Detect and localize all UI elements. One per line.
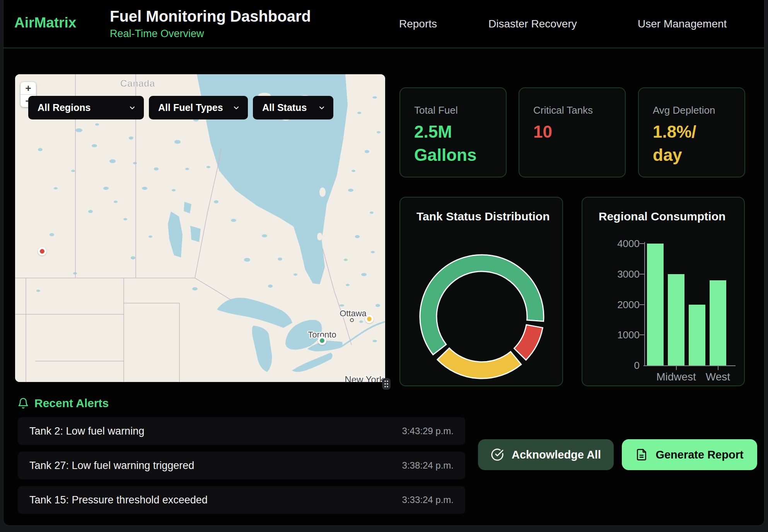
bell-icon xyxy=(17,397,29,409)
stat-value: 2.5M Gallons xyxy=(414,120,498,167)
generate-report-button[interactable]: Generate Report xyxy=(622,439,757,470)
x-axis xyxy=(643,365,736,366)
generate-report-label: Generate Report xyxy=(655,448,743,461)
y-tick-label: 1000 xyxy=(593,329,640,341)
nav-disaster-recovery[interactable]: Disaster Recovery xyxy=(488,0,577,48)
page-subtitle: Real-Time Overview xyxy=(110,27,311,40)
alert-row[interactable]: Tank 27: Low fuel warning triggered 3:38… xyxy=(18,452,465,479)
stat-label: Avg Depletion xyxy=(653,104,737,116)
resize-handle[interactable] xyxy=(382,378,391,390)
bar-midwest xyxy=(668,274,684,365)
tank-status-donut-chart xyxy=(400,198,564,387)
map-filters: All Regions All Fuel Types All Status xyxy=(28,96,333,119)
recent-alerts-title: Recent Alerts xyxy=(34,397,109,410)
header: AirMatrix Fuel Monitoring Dashboard Real… xyxy=(3,0,764,48)
nav-reports[interactable]: Reports xyxy=(399,0,437,48)
alert-message: Tank 27: Low fuel warning triggered xyxy=(29,460,194,472)
status-filter-dropdown[interactable]: All Status xyxy=(253,96,333,119)
app-logo: AirMatrix xyxy=(14,15,76,31)
bar-south xyxy=(689,305,705,366)
map[interactable]: Canada Ottawa Toronto New York + − All R… xyxy=(15,74,385,382)
panel-title: Regional Consumption xyxy=(599,210,725,223)
page-title-block: Fuel Monitoring Dashboard Real-Time Over… xyxy=(110,7,311,40)
map-label-new-york: New York xyxy=(345,374,384,382)
stat-value: 1.8%/ day xyxy=(653,120,737,167)
fuel-type-filter-value: All Fuel Types xyxy=(158,102,223,113)
map-canvas: Canada Ottawa Toronto New York xyxy=(15,74,385,382)
status-filter-value: All Status xyxy=(262,102,307,113)
stat-card-avg-depletion: Avg Depletion 1.8%/ day xyxy=(638,87,745,177)
acknowledge-all-button[interactable]: Acknowledge All xyxy=(478,439,614,470)
page-title: Fuel Monitoring Dashboard xyxy=(110,7,311,26)
donut-segment-critical xyxy=(514,325,543,360)
y-tick-label: 4000 xyxy=(593,238,640,250)
map-label-ottawa: Ottawa xyxy=(340,309,367,318)
y-axis xyxy=(644,242,645,366)
tank-marker-normal[interactable] xyxy=(318,336,326,345)
y-tick-label: 0 xyxy=(593,360,640,372)
map-label-canada: Canada xyxy=(120,78,155,89)
region-filter-dropdown[interactable]: All Regions xyxy=(28,96,144,119)
chevron-down-icon xyxy=(318,104,326,112)
alert-row[interactable]: Tank 2: Low fuel warning 3:43:29 p.m. xyxy=(18,417,465,445)
chevron-down-icon xyxy=(128,104,136,112)
regional-consumption-bar-chart: 01000200030004000MidwestWest xyxy=(582,198,746,387)
alert-row[interactable]: Tank 15: Pressure threshold exceeded 3:3… xyxy=(18,486,465,514)
stat-card-total-fuel: Total Fuel 2.5M Gallons xyxy=(399,87,507,177)
chevron-down-icon xyxy=(232,104,240,112)
check-circle-icon xyxy=(491,448,504,461)
panel-title: Tank Status Distribution xyxy=(416,210,550,223)
stat-value: 10 xyxy=(533,120,617,143)
alert-time: 3:38:24 p.m. xyxy=(402,460,454,471)
tank-marker-critical[interactable] xyxy=(38,247,46,256)
fuel-type-filter-dropdown[interactable]: All Fuel Types xyxy=(149,96,248,119)
y-tick-label: 2000 xyxy=(593,299,640,311)
stat-label: Total Fuel xyxy=(414,104,498,116)
donut-segment-warning xyxy=(437,348,521,379)
alert-time: 3:43:29 p.m. xyxy=(402,426,454,437)
zoom-in-button[interactable]: + xyxy=(20,82,36,94)
recent-alerts-header: Recent Alerts xyxy=(17,397,109,410)
dashboard-window: AirMatrix Fuel Monitoring Dashboard Real… xyxy=(3,0,765,526)
alert-message: Tank 15: Pressure threshold exceeded xyxy=(29,494,208,506)
alert-message: Tank 2: Low fuel warning xyxy=(29,425,144,437)
nav-user-management[interactable]: User Management xyxy=(638,0,727,48)
alert-time: 3:33:24 p.m. xyxy=(402,494,454,505)
grip-dots-icon xyxy=(384,380,389,388)
file-text-icon xyxy=(635,448,648,461)
bar-west xyxy=(710,280,726,366)
region-filter-value: All Regions xyxy=(38,102,91,113)
y-tick-label: 3000 xyxy=(593,268,640,280)
x-tick-label: West xyxy=(687,371,749,383)
stat-card-critical-tanks: Critical Tanks 10 xyxy=(519,87,626,177)
stat-label: Critical Tanks xyxy=(533,104,617,116)
tank-status-panel: Tank Status Distribution xyxy=(399,197,563,386)
bar-northeast xyxy=(647,244,664,365)
acknowledge-all-label: Acknowledge All xyxy=(512,448,601,461)
tank-marker-warning[interactable] xyxy=(365,315,374,323)
regional-consumption-panel: 01000200030004000MidwestWest Regional Co… xyxy=(582,197,745,386)
